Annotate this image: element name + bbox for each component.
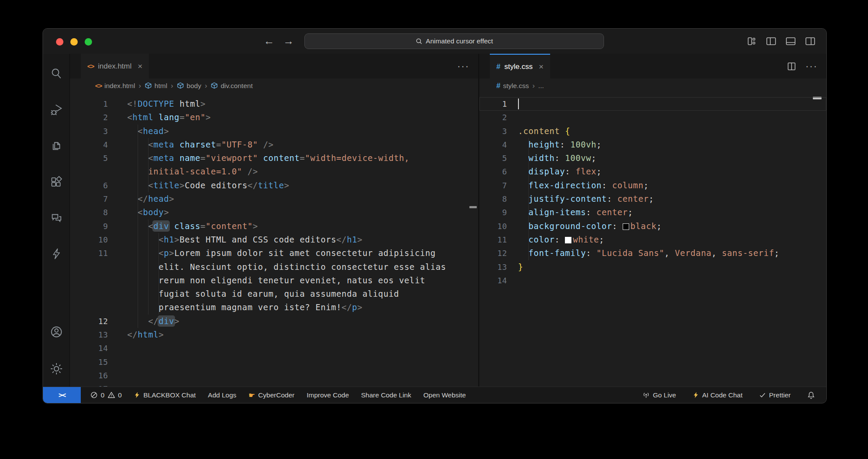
- code-line[interactable]: 1<!DOCTYPE html>: [70, 97, 478, 111]
- command-center-search[interactable]: Animated cursor effect: [304, 33, 604, 49]
- code-line[interactable]: 3.content {: [479, 125, 826, 138]
- breadcrumb-item[interactable]: <>index.html: [95, 82, 135, 90]
- code-line[interactable]: 8 justify-content: center;: [479, 192, 826, 206]
- line-number: 12: [479, 246, 507, 260]
- code-text: initial-scale=1.0" />: [108, 165, 478, 178]
- close-icon[interactable]: ×: [539, 62, 544, 72]
- code-line[interactable]: 2: [479, 111, 826, 124]
- code-line[interactable]: praesentium magnam vero iste? Enim!</p>: [70, 301, 478, 314]
- code-line[interactable]: 5 <meta name="viewport" content="width=d…: [70, 151, 478, 165]
- status-item-go-live[interactable]: Go Live: [642, 391, 676, 399]
- breadcrumb-label: div.content: [221, 82, 253, 90]
- activity-settings-gear-icon[interactable]: [43, 350, 69, 387]
- activity-files-icon[interactable]: [43, 128, 69, 164]
- code-line[interactable]: 10 background-color: black;: [479, 220, 826, 233]
- code-line[interactable]: 16: [70, 369, 478, 382]
- activity-extensions-icon[interactable]: [43, 164, 69, 200]
- code-line[interactable]: 5 width: 100vw;: [479, 151, 826, 165]
- status-item-notifications[interactable]: [807, 391, 815, 399]
- status-item-add-logs[interactable]: Add Logs: [208, 391, 237, 399]
- code-line[interactable]: 13</html>: [70, 328, 478, 341]
- status-item-improve-code[interactable]: Improve Code: [307, 391, 349, 399]
- activity-account-icon[interactable]: [43, 313, 69, 350]
- editor-style-css[interactable]: 123.content {4 height: 100vh;5 width: 10…: [479, 93, 826, 387]
- breadcrumb-separator: ›: [139, 82, 141, 90]
- code-line[interactable]: 15: [70, 355, 478, 369]
- status-item-cybercoder[interactable]: ☛CyberCoder: [248, 391, 294, 400]
- code-line[interactable]: 4 <meta charset="UTF-8" />: [70, 138, 478, 151]
- toggle-primary-sidebar-icon[interactable]: [765, 35, 778, 47]
- code-line[interactable]: 4 height: 100vh;: [479, 138, 826, 151]
- code-line[interactable]: elit. Nesciunt optio, distinctio consect…: [70, 260, 478, 274]
- code-line[interactable]: fugiat soluta id earum, quia assumenda a…: [70, 287, 478, 301]
- error-icon: [90, 391, 98, 399]
- maximize-window-button[interactable]: [85, 38, 92, 46]
- code-text: width: 100vw;: [507, 151, 826, 165]
- code-line[interactable]: 8 <body>: [70, 206, 478, 219]
- code-line[interactable]: 1: [479, 97, 826, 111]
- breadcrumb-label: index.html: [105, 82, 135, 90]
- code-line[interactable]: 11 color: white;: [479, 233, 826, 246]
- breadcrumb-item[interactable]: html: [145, 82, 167, 90]
- code-line[interactable]: 13}: [479, 260, 826, 274]
- search-icon: [416, 38, 422, 45]
- code-text: flex-direction: column;: [507, 179, 826, 192]
- status-item-ai-code-chat[interactable]: AI Code Chat: [693, 391, 743, 399]
- code-text: </div>: [108, 315, 478, 328]
- code-line[interactable]: 7 </head>: [70, 192, 478, 206]
- code-line[interactable]: 6 display: flex;: [479, 165, 826, 178]
- code-line[interactable]: initial-scale=1.0" />: [70, 165, 478, 178]
- code-line[interactable]: 14: [70, 341, 478, 355]
- status-item-prettier[interactable]: Prettier: [759, 391, 791, 399]
- breadcrumb-item[interactable]: ...: [538, 82, 544, 90]
- editor-index-html[interactable]: 1<!DOCTYPE html>2<html lang="en">3 <head…: [70, 93, 478, 387]
- tab-index-html[interactable]: <> index.html ×: [81, 54, 149, 79]
- breadcrumb-item[interactable]: div.content: [211, 82, 253, 90]
- forward-icon[interactable]: →: [283, 35, 294, 47]
- code-line[interactable]: 9 <div class="content">: [70, 220, 478, 233]
- activity-run-debug-icon[interactable]: [43, 92, 69, 128]
- status-item-open-website[interactable]: Open Website: [423, 391, 466, 399]
- code-line[interactable]: 2<html lang="en">: [70, 111, 478, 124]
- line-number: 14: [70, 341, 108, 355]
- code-line[interactable]: 6 <title>Code editors</title>: [70, 179, 478, 192]
- minimize-window-button[interactable]: [70, 38, 78, 46]
- line-number: 13: [70, 328, 108, 341]
- code-line[interactable]: rerum non eligendi tenetur eveniet, natu…: [70, 274, 478, 287]
- toggle-panel-icon[interactable]: [784, 35, 797, 47]
- code-line[interactable]: 12 </div>: [70, 315, 478, 328]
- color-swatch[interactable]: [565, 237, 571, 243]
- code-line[interactable]: 3 <head>: [70, 125, 478, 138]
- hash-icon: #: [496, 82, 500, 90]
- symbol-cube-icon: [211, 82, 218, 89]
- more-actions-icon[interactable]: ···: [457, 64, 469, 69]
- close-icon[interactable]: ×: [138, 62, 142, 71]
- broadcast-icon: [642, 391, 650, 399]
- tab-style-css[interactable]: # style.css ×: [490, 54, 550, 79]
- code-line[interactable]: 7 flex-direction: column;: [479, 179, 826, 192]
- code-line[interactable]: 9 align-items: center;: [479, 206, 826, 219]
- code-line[interactable]: 14: [479, 274, 826, 287]
- more-actions-icon[interactable]: ···: [805, 64, 818, 69]
- activity-chat-icon[interactable]: [43, 200, 69, 236]
- close-window-button[interactable]: [56, 38, 63, 46]
- activity-lightning-icon[interactable]: [43, 236, 69, 272]
- customize-layout-icon[interactable]: [745, 35, 758, 47]
- status-count: 0: [118, 391, 122, 399]
- status-item-problems[interactable]: 00: [90, 391, 122, 399]
- bell-icon: [807, 391, 815, 399]
- breadcrumb-item[interactable]: body: [177, 82, 201, 90]
- remote-indicator[interactable]: ><: [43, 387, 81, 403]
- breadcrumb-item[interactable]: #style.css: [496, 82, 529, 90]
- color-swatch[interactable]: [623, 223, 629, 230]
- split-editor-icon[interactable]: [786, 61, 797, 72]
- code-line[interactable]: 11 <p>Lorem ipsum dolor sit amet consect…: [70, 246, 478, 260]
- code-line[interactable]: 10 <h1>Best HTML and CSS code editors</h…: [70, 233, 478, 246]
- status-item-blackbox-chat[interactable]: BLACKBOX Chat: [134, 391, 196, 399]
- back-icon[interactable]: ←: [264, 35, 274, 47]
- activity-search-icon[interactable]: [43, 56, 69, 92]
- status-item-share-code-link[interactable]: Share Code Link: [361, 391, 411, 399]
- code-line[interactable]: 12 font-family: "Lucida Sans", Verdana, …: [479, 246, 826, 260]
- toggle-secondary-sidebar-icon[interactable]: [804, 35, 817, 47]
- editor-group-right: # style.css × ··· #style.css›... 123.con…: [479, 54, 826, 387]
